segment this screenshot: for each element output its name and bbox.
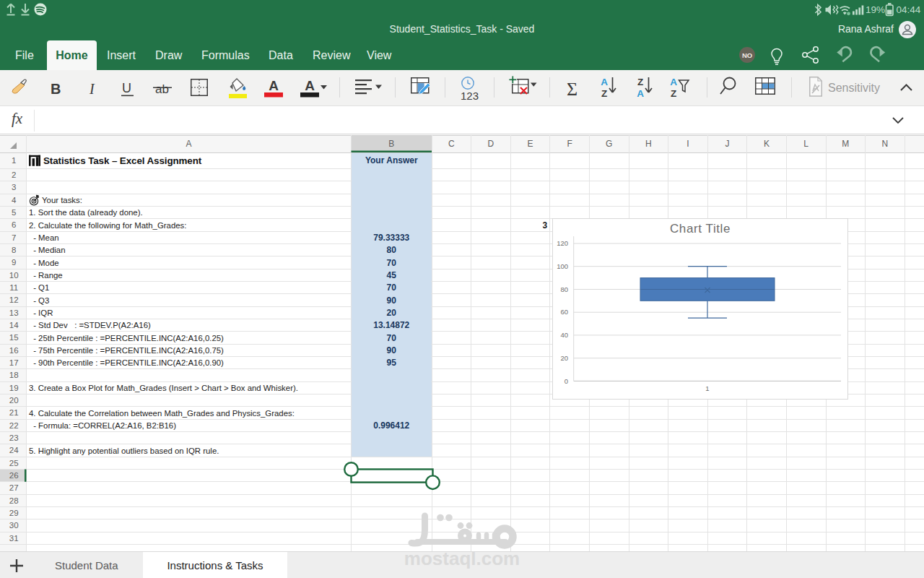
svg-text:I: I [687,139,689,149]
svg-text:- 25th Percentile : =PERCENTIL: - 25th Percentile : =PERCENTILE.INC(A2:A… [31,334,224,342]
svg-text:28: 28 [9,496,19,505]
svg-text:0: 0 [565,377,568,385]
svg-text:Z: Z [637,77,643,87]
svg-text:- 90th Percentile : =PERCENTIL: - 90th Percentile : =PERCENTILE.INC(A2:A… [31,358,224,367]
svg-text:21: 21 [9,408,19,417]
svg-text:4: 4 [12,196,17,204]
svg-text:19%: 19% [866,4,885,15]
svg-text:NO: NO [742,51,752,59]
svg-text:2. Calculate the following for: 2. Calculate the following for Math_Grad… [29,221,186,230]
svg-text:25: 25 [9,459,19,467]
svg-text:24: 24 [9,446,19,454]
svg-text:K: K [764,139,770,149]
svg-text:9: 9 [12,258,16,267]
svg-text:N: N [882,139,889,149]
svg-text:- Mean: - Mean [31,233,59,242]
svg-text:11: 11 [9,283,18,292]
svg-text:79.33333: 79.33333 [373,233,409,243]
svg-text:Σ: Σ [567,79,578,100]
svg-text:5. Highlight any potential out: 5. Highlight any potential outliers base… [29,447,219,455]
svg-text:2: 2 [12,171,16,179]
svg-text:Your tasks:: Your tasks: [42,196,82,204]
svg-text:- Median: - Median [31,246,65,254]
svg-text:6: 6 [12,220,16,229]
svg-text:17: 17 [9,358,19,367]
svg-text:- Mode: - Mode [31,259,59,267]
svg-text:H: H [645,139,652,149]
svg-text:10: 10 [9,271,19,280]
svg-text:B: B [388,139,394,149]
svg-text:19: 19 [9,384,19,392]
svg-text:20: 20 [560,354,568,362]
svg-text:1: 1 [12,156,16,165]
svg-text:22: 22 [9,421,19,430]
svg-text:5: 5 [12,208,16,217]
svg-text:70: 70 [387,333,397,343]
svg-text:4. Calculate the Correlation b: 4. Calculate the Correlation between Mat… [29,409,295,418]
svg-text:120: 120 [557,239,568,247]
svg-text:12: 12 [9,296,19,304]
svg-text:A: A [269,78,279,93]
svg-text:E: E [527,139,533,149]
svg-text:A: A [601,77,608,87]
svg-text:1. Sort the data (already done: 1. Sort the data (already done). [29,208,143,217]
svg-text:B: B [51,81,61,97]
svg-text:18: 18 [9,371,19,379]
svg-text:- Range: - Range [31,271,63,280]
svg-text:30: 30 [9,521,19,530]
svg-text:13: 13 [9,309,19,317]
svg-text:90: 90 [387,296,397,306]
svg-text:70: 70 [387,258,397,268]
svg-text:23: 23 [9,434,19,442]
svg-text:13.14872: 13.14872 [373,320,409,330]
svg-text:95: 95 [387,358,397,368]
svg-text:D: D [488,139,494,149]
svg-text:ab: ab [155,82,169,96]
svg-text:- Q1: - Q1 [31,283,49,292]
svg-text:70: 70 [387,282,397,293]
svg-text:C: C [448,139,455,149]
svg-text:0.996412: 0.996412 [373,420,409,431]
svg-text:L: L [803,139,808,149]
svg-text:- 75th Percentile : =PERCENTIL: - 75th Percentile : =PERCENTILE.INC(A2:A… [31,346,224,355]
svg-text:8: 8 [12,246,16,254]
svg-text:Z: Z [601,88,607,99]
svg-text:- IQR: - IQR [31,309,53,317]
svg-text:90: 90 [387,345,397,355]
svg-text:16: 16 [9,346,19,355]
svg-text:40: 40 [560,331,568,339]
svg-text:123: 123 [461,90,479,102]
svg-text:A: A [637,88,644,99]
svg-text:- Std Dev : =STDEV.P(A2:A16): - Std Dev : =STDEV.P(A2:A16) [31,321,151,329]
svg-text:80: 80 [387,245,397,255]
svg-text:100: 100 [557,262,568,270]
svg-text:1: 1 [705,384,709,392]
svg-text:I: I [89,81,95,97]
svg-text:Sensitivity: Sensitivity [828,82,880,94]
svg-text:Chart Title: Chart Title [670,222,731,236]
svg-text:20: 20 [9,396,19,405]
svg-text:A: A [670,77,677,87]
svg-text:29: 29 [9,509,19,517]
svg-text:- Q3: - Q3 [31,296,49,305]
svg-text:Z: Z [671,88,676,99]
svg-text:60: 60 [560,308,568,316]
svg-text:45: 45 [387,270,397,280]
svg-text:M: M [842,139,849,149]
svg-text:27: 27 [9,483,19,492]
svg-text:G: G [606,139,612,149]
svg-text:3. Create a Box Plot for Math_: 3. Create a Box Plot for Math_Grades (In… [29,384,298,392]
svg-text:7: 7 [12,233,16,242]
svg-text:26: 26 [9,471,19,480]
svg-text:3: 3 [12,183,16,191]
svg-text:F: F [567,139,572,149]
svg-text:14: 14 [9,321,19,329]
svg-text:80: 80 [560,285,568,293]
svg-text:20: 20 [387,308,397,318]
svg-text:31: 31 [9,534,19,543]
svg-text:- Formula: =CORREL(A2:A16, B2:: - Formula: =CORREL(A2:A16, B2:B16) [31,421,176,430]
svg-text:A: A [186,139,191,149]
svg-text:04:44: 04:44 [897,4,921,15]
svg-text:Statistics Task – Excel Assign: Statistics Task – Excel Assignment [43,155,202,166]
svg-text:3: 3 [543,220,548,230]
